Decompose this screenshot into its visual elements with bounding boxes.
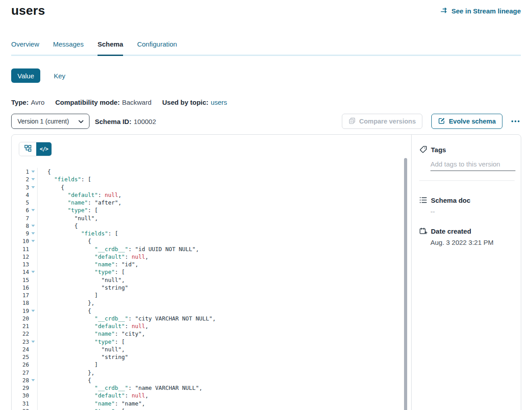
code-line: 24 "null", xyxy=(12,346,411,353)
tab-schema[interactable]: Schema xyxy=(98,40,123,55)
date-created-heading: Date created xyxy=(419,227,515,235)
fold-toggle-icon[interactable] xyxy=(31,171,35,173)
fold-toggle-icon[interactable] xyxy=(31,379,35,381)
more-options-button[interactable] xyxy=(510,114,521,129)
fold-toggle-icon[interactable] xyxy=(31,209,35,211)
tab-configuration[interactable]: Configuration xyxy=(137,40,177,55)
fold-toggle-icon[interactable] xyxy=(31,341,35,343)
line-number: 24 xyxy=(12,346,29,353)
code-text: "fields": [ xyxy=(37,175,411,183)
code-line: 7 "null", xyxy=(12,214,411,222)
fold-column xyxy=(29,261,37,268)
code-text: "string" xyxy=(37,284,411,291)
line-number: 20 xyxy=(12,315,29,322)
code-text: { xyxy=(37,307,411,315)
fold-toggle-icon[interactable] xyxy=(31,310,35,312)
code-text: "name": "id", xyxy=(37,261,411,268)
fold-toggle-icon[interactable] xyxy=(31,271,35,273)
sidebar-divider xyxy=(419,180,515,181)
line-number: 18 xyxy=(12,299,29,307)
editor-scrollbar[interactable] xyxy=(404,158,407,410)
fold-column xyxy=(29,407,37,410)
fold-toggle-icon[interactable] xyxy=(31,225,35,227)
fold-column xyxy=(29,199,37,206)
line-number: 31 xyxy=(12,400,29,407)
code-line: 30 "default": null, xyxy=(12,392,411,399)
line-number: 26 xyxy=(12,361,29,368)
line-number: 12 xyxy=(12,253,29,261)
code-text: "null", xyxy=(37,346,411,353)
code-line: 29 "__crdb__": "name VARCHAR NULL", xyxy=(12,384,411,392)
fold-column xyxy=(29,392,37,399)
compare-versions-button[interactable]: Compare versions xyxy=(342,114,423,129)
schema-doc-value: -- xyxy=(430,208,515,215)
value-toggle-button[interactable]: Value xyxy=(11,68,40,83)
code-text: "default": null, xyxy=(37,253,411,261)
tree-view-button[interactable] xyxy=(19,142,36,156)
tab-bar: Overview Messages Schema Configuration xyxy=(11,40,521,56)
code-text: ] xyxy=(37,361,411,368)
code-line: 6 "type": [ xyxy=(12,206,411,214)
fold-toggle-icon[interactable] xyxy=(31,232,35,235)
stream-lineage-label: See in Stream lineage xyxy=(451,7,521,15)
stream-lineage-link[interactable]: See in Stream lineage xyxy=(441,7,521,15)
code-line: 17 ] xyxy=(12,291,411,299)
schema-panel: </> 1{2 "fields": [3 {4 "default": null,… xyxy=(11,134,521,410)
line-number: 21 xyxy=(12,322,29,330)
fold-column xyxy=(29,346,37,353)
schema-doc-title: Schema doc xyxy=(431,196,470,204)
more-options-icon xyxy=(511,120,513,122)
code-line: 22 "name": "city", xyxy=(12,330,411,337)
fold-column xyxy=(29,253,37,261)
stream-lineage-icon xyxy=(441,7,448,15)
evolve-schema-button[interactable]: Evolve schema xyxy=(431,114,502,129)
code-text: "__crdb__": "id UUID NOT NULL", xyxy=(37,245,411,253)
fold-column xyxy=(29,230,37,237)
line-number: 27 xyxy=(12,369,29,376)
tree-view-icon xyxy=(24,145,32,154)
code-line: 20 "__crdb__": "city VARCHAR NOT NULL", xyxy=(12,315,411,322)
code-text: "__crdb__": "city VARCHAR NOT NULL", xyxy=(37,315,411,322)
compare-versions-label: Compare versions xyxy=(359,118,416,125)
line-number: 8 xyxy=(12,222,29,230)
tab-messages[interactable]: Messages xyxy=(53,40,84,55)
key-toggle-button[interactable]: Key xyxy=(47,68,72,83)
tag-icon xyxy=(419,145,427,154)
fold-column xyxy=(29,222,37,230)
date-created-section: Date created Aug. 3 2022 3:21 PM xyxy=(419,227,515,246)
line-number: 32 xyxy=(12,407,29,410)
schema-doc-section: Schema doc -- xyxy=(419,196,515,215)
schema-id-value: 100002 xyxy=(134,118,156,125)
code-line: 12 "default": null, xyxy=(12,253,411,261)
code-text: "default": null, xyxy=(37,322,411,330)
line-number: 4 xyxy=(12,191,29,199)
fold-column xyxy=(29,400,37,407)
fold-column xyxy=(29,353,37,361)
schema-meta-row: Type: Avro Compatibility mode: Backward … xyxy=(11,98,227,106)
code-text: "null", xyxy=(37,214,411,222)
fold-column xyxy=(29,291,37,299)
tags-input[interactable] xyxy=(430,159,515,171)
schema-id-label: Schema ID: xyxy=(95,118,132,125)
line-number: 10 xyxy=(12,237,29,245)
tags-heading: Tags xyxy=(419,145,515,154)
code-text: "fields": [ xyxy=(37,230,411,237)
fold-column xyxy=(29,299,37,307)
code-line: 4 "default": null, xyxy=(12,191,411,199)
code-view-button[interactable]: </> xyxy=(36,142,51,156)
schema-controls-row: Version 1 (current) Schema ID: 100002 xyxy=(11,114,521,129)
fold-column xyxy=(29,361,37,368)
line-number: 30 xyxy=(12,392,29,399)
date-created-title: Date created xyxy=(431,227,471,235)
fold-toggle-icon[interactable] xyxy=(31,178,35,180)
fold-toggle-icon[interactable] xyxy=(31,240,35,242)
code-line: 10 { xyxy=(12,237,411,245)
tab-overview[interactable]: Overview xyxy=(11,40,39,55)
code-text: { xyxy=(37,237,411,245)
version-select[interactable]: Version 1 (current) xyxy=(11,114,89,129)
value-key-toggle: Value Key xyxy=(11,68,72,83)
code-line: 16 "string" xyxy=(12,284,411,291)
topic-link[interactable]: users xyxy=(211,98,227,106)
schema-editor: </> 1{2 "fields": [3 {4 "default": null,… xyxy=(12,135,411,410)
fold-toggle-icon[interactable] xyxy=(31,186,35,188)
